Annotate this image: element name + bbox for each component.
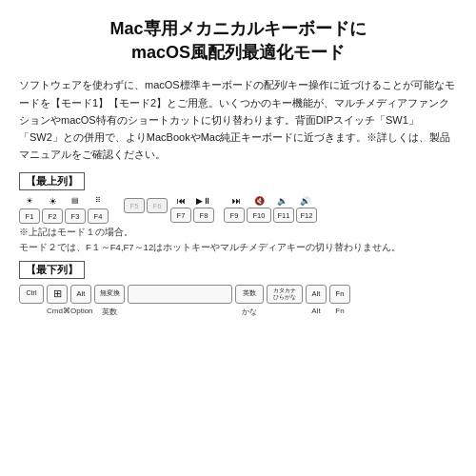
icon-launchpad: ⠿: [88, 196, 109, 207]
label-cmd: Cmd⌘: [47, 307, 68, 315]
key-f12[interactable]: F12: [296, 208, 317, 223]
note-mode1: ※上記はモード１の場合。: [19, 226, 457, 239]
key-muhenkan[interactable]: 無変換: [94, 285, 125, 304]
icon-vol-down: 🔉: [271, 196, 292, 206]
label-alt2: Alt: [306, 307, 327, 315]
icon-next: ⏭: [226, 196, 247, 206]
key-f3[interactable]: F3: [65, 208, 86, 224]
body-paragraph: ソフトウェアを使わずに、macOS標準キーボードの配列/キー操作に近づけることが…: [19, 76, 457, 163]
label-eisuu: 英数: [94, 307, 125, 317]
key-katakana[interactable]: カタカナひらがな: [267, 285, 303, 304]
key-f11[interactable]: F11: [273, 208, 294, 223]
key-eisuu[interactable]: 英数: [235, 285, 264, 304]
title-line1: Mac専用メカニカルキーボードに: [19, 17, 457, 41]
key-f2[interactable]: F2: [42, 208, 63, 224]
main-title: Mac専用メカニカルキーボードに macOS風配列最適化モード: [19, 17, 457, 65]
key-f7[interactable]: F7: [170, 208, 191, 223]
title-line2: macOS風配列最適化モード: [19, 41, 457, 65]
key-f6[interactable]: F6: [147, 198, 168, 213]
key-win[interactable]: ⊞: [47, 285, 68, 304]
key-f5[interactable]: F5: [124, 198, 145, 213]
top-row-section: 【最上列】 ☀ ☀ ▤ ⠿ F1 F2 F3 F4: [19, 172, 457, 255]
key-alt2[interactable]: Alt: [306, 285, 327, 304]
key-fn[interactable]: Fn: [329, 285, 350, 304]
note-mode2: モード２では、F１～F4,F7～12はホットキーやマルチメディアキーの切り替わり…: [19, 241, 457, 254]
key-f10[interactable]: F10: [247, 208, 271, 223]
icon-playpause: ▶⏸: [193, 196, 214, 206]
key-ctrl[interactable]: Ctrl: [19, 285, 44, 304]
label-option: Option: [70, 307, 91, 315]
icon-mission-control: ▤: [65, 196, 86, 207]
key-space[interactable]: [128, 285, 232, 304]
icon-mute: 🔇: [248, 196, 269, 206]
top-row-label: 【最上列】: [19, 172, 85, 190]
icon-prev: ⏮: [170, 196, 191, 206]
bottom-row-label: 【最下列】: [19, 261, 85, 279]
label-fn: Fn: [329, 307, 350, 315]
icon-brightness-low: ☀: [19, 196, 40, 207]
key-f1[interactable]: F1: [19, 208, 40, 224]
bottom-row-section: 【最下列】 Ctrl ⊞ Alt 無変換 英数 カタカナひらがな Alt Fn …: [19, 261, 457, 317]
icon-vol-up: 🔊: [294, 196, 315, 206]
icon-brightness-high: ☀: [42, 196, 63, 207]
key-f9[interactable]: F9: [224, 208, 245, 223]
key-f4[interactable]: F4: [88, 208, 109, 224]
key-f8[interactable]: F8: [193, 208, 214, 223]
label-kana: かな: [235, 307, 264, 317]
key-alt[interactable]: Alt: [70, 285, 91, 304]
